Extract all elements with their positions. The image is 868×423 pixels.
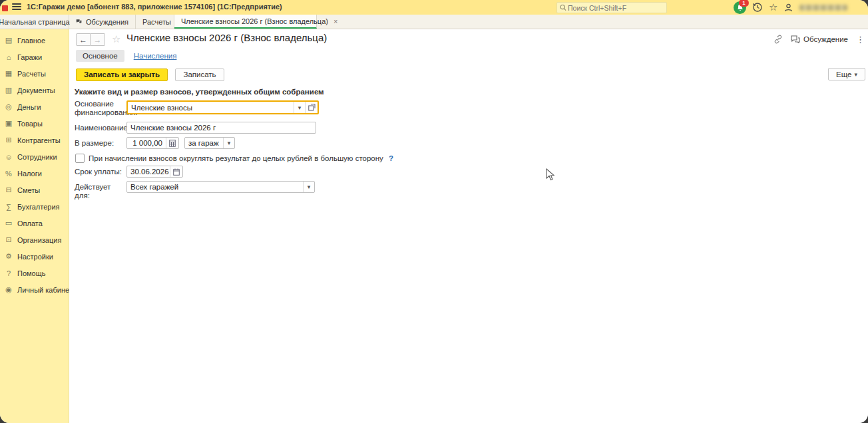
history-nav: ← → <box>76 33 105 46</box>
name-field[interactable]: Членские взносы 2026 г <box>126 122 316 134</box>
page-title: Членские взносы 2026 г (Взнос владельца) <box>126 32 327 43</box>
estimates-icon: ⊟ <box>4 186 13 194</box>
name-value[interactable]: Членские взносы 2026 г <box>127 122 316 133</box>
rounding-checkbox-row: При начислении взносов округлять результ… <box>75 154 393 163</box>
rounding-label[interactable]: При начислении взносов округлять результ… <box>89 154 383 162</box>
sidebar-item-money[interactable]: ◎Деньги <box>0 98 69 115</box>
calendar-icon[interactable] <box>170 166 182 177</box>
due-date-label: Срок уплаты: <box>75 168 128 176</box>
calculator-icon[interactable] <box>166 138 178 148</box>
tab-discussions[interactable]: Обсуждения <box>69 15 136 29</box>
back-button[interactable]: ← <box>76 33 91 46</box>
sidebar-item-payment[interactable]: ▭Оплата <box>0 215 69 231</box>
sidebar-item-estimates[interactable]: ⊟Сметы <box>0 182 69 198</box>
counterparties-icon: ⊞ <box>4 136 13 144</box>
rounding-checkbox[interactable] <box>75 154 85 163</box>
history-icon[interactable] <box>752 2 763 13</box>
notifications-button[interactable]: 1 <box>734 1 746 14</box>
sidebar-item-settings[interactable]: ⚙Настройки <box>0 248 69 265</box>
tab-label: Расчеты <box>142 18 171 26</box>
open-reference-icon[interactable] <box>305 102 318 113</box>
close-tab-icon[interactable]: × <box>333 17 337 25</box>
gear-icon: ⚙ <box>4 252 13 261</box>
accounting-icon: ∑ <box>4 203 13 211</box>
tab-home[interactable]: Начальная страница <box>0 15 69 29</box>
tab-membership-fees[interactable]: Членские взносы 2026 г (Взнос владельца)… <box>174 15 317 29</box>
garage-icon: ⌂ <box>4 53 13 61</box>
tab-accruals-section[interactable]: Начисления <box>134 52 177 60</box>
search-icon <box>560 4 566 11</box>
amount-unit-dropdown-icon[interactable]: ▾ <box>223 138 234 148</box>
amount-unit-field[interactable]: за гараж ▾ <box>184 137 235 149</box>
title-bar: 1С:Гаражи демо [абонент 883, приложение … <box>0 0 868 15</box>
discussion-label: Обсуждение <box>803 35 848 43</box>
applies-to-value[interactable]: Всех гаражей <box>127 182 303 192</box>
due-date-field[interactable]: 30.06.2026 <box>126 166 183 178</box>
chat-icon <box>76 18 82 25</box>
sidebar-item-taxes[interactable]: %Налоги <box>0 165 69 182</box>
personal-cabinet-icon: ◉ <box>4 285 13 294</box>
save-button[interactable]: Записать <box>175 69 224 81</box>
user-icon[interactable] <box>783 3 793 13</box>
tab-label: Членские взносы 2026 г (Взнос владельца) <box>181 17 328 25</box>
main-content: ← → ☆ Членские взносы 2026 г (Взнос влад… <box>69 29 868 423</box>
sidebar-item-personal-cabinet[interactable]: ◉Личный кабинет <box>0 281 69 298</box>
sidebar-item-employees[interactable]: ☺Сотрудники <box>0 148 69 165</box>
sidebar-item-goods[interactable]: ▣Товары <box>0 115 69 132</box>
favorite-star-icon[interactable]: ☆ <box>112 33 120 45</box>
titlebar-icons: 1 ☆ <box>734 1 847 14</box>
forward-button[interactable]: → <box>91 33 105 46</box>
search-input[interactable] <box>566 3 664 13</box>
tab-label: Обсуждения <box>86 18 128 26</box>
command-bar: Записать и закрыть Записать Еще ▾ <box>76 68 865 81</box>
amount-field[interactable]: 1 000,00 <box>126 137 179 149</box>
sidebar-item-counterparties[interactable]: ⊞Контрагенты <box>0 132 69 148</box>
app-window: 1С:Гаражи демо [абонент 883, приложение … <box>0 0 868 423</box>
sidebar-item-organization[interactable]: ⊡Организация <box>0 231 69 248</box>
sidebar-item-calculations[interactable]: ▦Расчеты <box>0 65 69 82</box>
rounding-help-icon[interactable]: ? <box>389 154 393 162</box>
funding-basis-value[interactable]: Членские взносы <box>128 102 294 113</box>
funding-basis-field[interactable]: Членские взносы ▾ <box>126 100 319 114</box>
sidebar-item-main[interactable]: ▤Главное <box>0 32 69 49</box>
main-menu-icon[interactable] <box>12 3 21 11</box>
user-name-redacted[interactable] <box>799 5 847 11</box>
tab-main-section[interactable]: Основное <box>76 50 124 62</box>
discussion-icon <box>791 35 800 43</box>
global-search[interactable] <box>556 2 667 13</box>
more-button[interactable]: Еще ▾ <box>828 68 865 80</box>
form-hint: Укажите вид и размер взносов, утвержденн… <box>75 88 324 96</box>
tab-label: Начальная страница <box>0 18 70 26</box>
calculations-icon: ▦ <box>4 69 13 78</box>
taxes-icon: % <box>4 170 13 178</box>
amount-label: В размере: <box>75 139 128 148</box>
due-date-value[interactable]: 30.06.2026 <box>127 166 170 177</box>
sidebar-item-garages[interactable]: ⌂Гаражи <box>0 49 69 65</box>
name-label: Наименование: <box>75 124 128 132</box>
applies-to-dropdown-icon[interactable]: ▾ <box>303 182 314 192</box>
sidebar-item-documents[interactable]: ▥Документы <box>0 82 69 98</box>
main-icon: ▤ <box>4 36 13 45</box>
applies-to-field[interactable]: Всех гаражей ▾ <box>126 181 315 193</box>
notification-badge: 1 <box>739 0 749 7</box>
tab-calculations[interactable]: Расчеты × <box>136 15 174 29</box>
favorites-icon[interactable]: ☆ <box>769 1 777 13</box>
link-icon[interactable] <box>773 35 783 44</box>
applies-to-label: Действует для: <box>75 183 128 200</box>
header-right-tools: Обсуждение ⋮ › <box>773 34 868 45</box>
amount-value[interactable]: 1 000,00 <box>127 138 166 148</box>
payment-icon: ▭ <box>4 219 13 227</box>
open-windows-tabbar: Начальная страница Обсуждения Расчеты × … <box>0 15 868 29</box>
amount-unit-value[interactable]: за гараж <box>185 138 223 148</box>
sidebar-item-help[interactable]: ?Помощь <box>0 265 69 281</box>
discussion-button[interactable]: Обсуждение <box>791 35 848 43</box>
sidebar-nav: ▤Главное ⌂Гаражи ▦Расчеты ▥Документы ◎Де… <box>0 29 69 423</box>
sidebar-item-accounting[interactable]: ∑Бухгалтерия <box>0 198 69 215</box>
money-icon: ◎ <box>4 102 13 111</box>
save-and-close-button[interactable]: Записать и закрыть <box>76 69 168 81</box>
app-logo-icon <box>2 5 8 11</box>
section-tabs: Основное Начисления <box>76 50 176 62</box>
funding-basis-dropdown-icon[interactable]: ▾ <box>294 102 305 113</box>
more-menu-icon[interactable]: ⋮ <box>856 35 865 45</box>
help-icon: ? <box>4 269 13 277</box>
